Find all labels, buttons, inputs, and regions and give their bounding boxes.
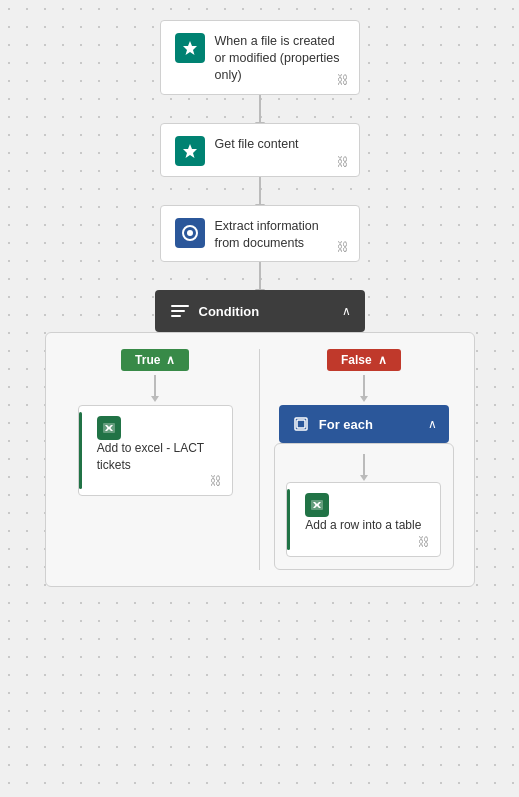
extract-title: Extract information from documents — [215, 218, 345, 252]
branches-container: True ∧ Add to excel - LACT tickets ⛓ Fal — [45, 332, 475, 586]
true-excel-icon — [97, 416, 121, 440]
condition-block[interactable]: Condition ∧ — [155, 290, 365, 332]
false-chevron: ∧ — [378, 353, 387, 367]
false-card-accent — [287, 489, 290, 549]
false-branch: False ∧ For each ∧ — [264, 349, 464, 569]
false-label[interactable]: False ∧ — [327, 349, 401, 371]
trigger-card[interactable]: When a file is created or modified (prop… — [160, 20, 360, 95]
connector-3 — [259, 262, 261, 290]
flow-container: When a file is created or modified (prop… — [0, 0, 519, 587]
get-file-card[interactable]: Get file content ⛓ — [160, 123, 360, 177]
false-action-title: Add a row into a table — [305, 517, 428, 533]
foreach-label: For each — [319, 416, 420, 434]
svg-point-1 — [187, 230, 193, 236]
link-icon-true: ⛓ — [210, 474, 222, 488]
connector-2 — [259, 177, 261, 205]
svg-rect-2 — [171, 305, 189, 307]
false-connector — [363, 375, 365, 397]
foreach-icon — [291, 414, 311, 434]
trigger-title: When a file is created or modified (prop… — [215, 33, 345, 84]
link-icon-false: ⛓ — [418, 535, 430, 549]
svg-rect-7 — [297, 420, 305, 428]
true-branch: True ∧ Add to excel - LACT tickets ⛓ — [56, 349, 256, 569]
trigger-icon — [175, 33, 205, 63]
svg-rect-3 — [171, 310, 185, 312]
get-file-title: Get file content — [215, 136, 345, 153]
svg-rect-4 — [171, 315, 181, 317]
link-icon-1: ⛓ — [337, 155, 349, 169]
condition-icon — [169, 300, 191, 322]
condition-label: Condition — [199, 303, 334, 321]
link-icon-2: ⛓ — [337, 240, 349, 254]
foreach-inner: Add a row into a table ⛓ — [274, 443, 454, 569]
false-action-card[interactable]: Add a row into a table ⛓ — [286, 482, 441, 556]
condition-chevron: ∧ — [342, 304, 351, 318]
true-connector — [154, 375, 156, 397]
branch-divider — [259, 349, 260, 569]
true-label[interactable]: True ∧ — [121, 349, 189, 371]
link-icon-0: ⛓ — [337, 73, 349, 87]
extract-info-card[interactable]: Extract information from documents ⛓ — [160, 205, 360, 263]
extract-icon — [175, 218, 205, 248]
foreach-block[interactable]: For each ∧ — [279, 405, 449, 443]
card-accent — [79, 412, 82, 488]
get-file-icon — [175, 136, 205, 166]
foreach-chevron: ∧ — [428, 417, 437, 431]
connector-1 — [259, 95, 261, 123]
true-action-title: Add to excel - LACT tickets — [97, 440, 220, 472]
true-chevron: ∧ — [166, 353, 175, 367]
foreach-inner-connector — [363, 454, 365, 476]
false-excel-icon — [305, 493, 329, 517]
true-action-card[interactable]: Add to excel - LACT tickets ⛓ — [78, 405, 233, 495]
